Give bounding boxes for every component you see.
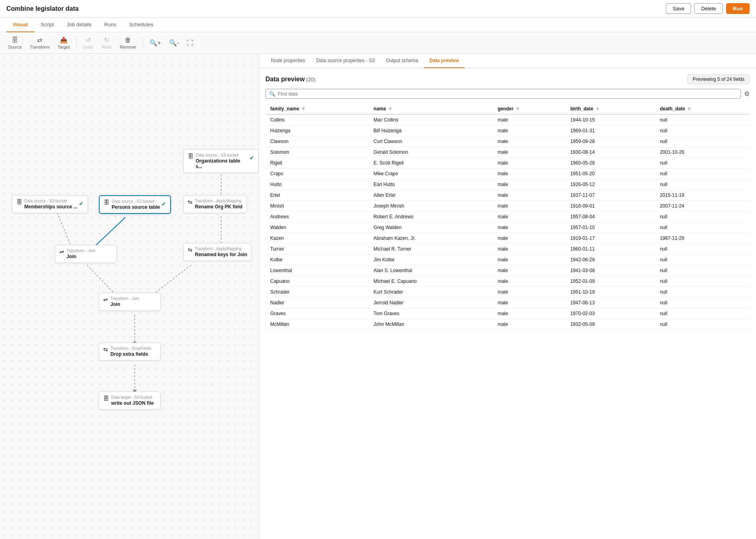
target-button[interactable]: 📤 Target (55, 35, 73, 51)
table-cell: null (655, 265, 750, 276)
table-row: ClawsonCurt Clawsonmale1959-09-28null (265, 136, 750, 147)
table-cell: male (493, 255, 566, 265)
table-cell: Allen Ertel (369, 190, 493, 201)
fit-button[interactable]: ⛶ (184, 37, 196, 49)
table-cell: 1941-03-08 (566, 265, 655, 276)
panel-content: Data preview (20) Previewing 5 of 24 fie… (259, 68, 756, 539)
table-row: AndrewsRobert E. Andrewsmale1957-08-04nu… (265, 212, 750, 222)
table-cell: Ertel (265, 190, 369, 201)
transform-button[interactable]: ⇄ Transform (27, 35, 53, 51)
target-s3-icon: 🗄 (103, 395, 109, 402)
redo-button[interactable]: ↻ Redo (98, 35, 115, 51)
table-cell: 1959-09-28 (566, 136, 655, 147)
table-cell: 1960-01-11 (566, 244, 655, 255)
node-persons[interactable]: 🗄 Data source - S3 bucket Persons source… (99, 195, 171, 214)
table-cell: male (493, 319, 566, 330)
table-cell: Abraham Kazen, Jr. (369, 233, 493, 244)
app-title: Combine legislator data (6, 5, 79, 12)
run-button[interactable]: Run (726, 3, 750, 14)
node-renamed-keys-header: Transform - ApplyMapping (195, 247, 247, 251)
sort-icon-name[interactable]: ▿ (389, 106, 391, 112)
settings-icon[interactable]: ⚙ (744, 90, 750, 98)
table-cell: Nadler (265, 298, 369, 308)
node-drop-fields-header: Transform - DropFields (110, 346, 156, 351)
node-memberships-title: Memberships source ... (24, 204, 77, 210)
tab-runs[interactable]: Runs (98, 18, 122, 32)
remove-button[interactable]: 🗑 Remove (117, 35, 139, 51)
node-rename-org-title: Rename Org PK field (195, 204, 242, 210)
table-row: CollinsMac Collinsmale1944-10-15null (265, 114, 750, 125)
node-join2[interactable]: ⇌ Transform - Join Join (99, 293, 161, 311)
table-cell: 1916-09-01 (566, 201, 655, 212)
transform-icon: ⇄ (37, 36, 42, 44)
preview-title: Data preview (265, 76, 305, 82)
node-join1[interactable]: ⇌ Transform - Join Join (55, 245, 117, 263)
table-cell: 2015-11-19 (655, 190, 750, 201)
table-cell: male (493, 136, 566, 147)
table-cell: male (493, 222, 566, 233)
node-target[interactable]: 🗄 Data target - S3 bucket write out JSON… (99, 392, 161, 410)
table-cell: Collins (265, 114, 369, 125)
table-cell: null (655, 308, 750, 319)
tab-schedules[interactable]: Schedules (123, 18, 160, 32)
table-cell: Walden (265, 222, 369, 233)
tab-output-schema[interactable]: Output schema (380, 54, 424, 68)
source-button[interactable]: 🗄 Source (5, 35, 25, 51)
table-cell: Jim Kolbe (369, 255, 493, 265)
tab-data-preview[interactable]: Data preview (424, 54, 465, 68)
tab-node-properties[interactable]: Node properties (265, 54, 310, 68)
table-cell: Mac Collins (369, 114, 493, 125)
tab-visual[interactable]: Visual (6, 18, 34, 32)
drop-icon: ⇆ (103, 346, 108, 353)
preview-header: Data preview (20) Previewing 5 of 24 fie… (265, 74, 750, 84)
redo-icon: ↻ (104, 36, 109, 44)
node-rename-org-header: Transform - ApplyMapping (195, 199, 242, 203)
tab-datasource-properties[interactable]: Data source properties - S3 (310, 54, 380, 68)
check-icon-memberships: ✔ (79, 200, 84, 207)
toolbar-separator (76, 37, 77, 49)
table-row: SchraderKurt Schradermale1951-10-19null (265, 287, 750, 298)
table-cell: null (655, 212, 750, 222)
table-cell: Turner (265, 244, 369, 255)
node-drop-fields[interactable]: ⇆ Transform - DropFields Drop extra fiel… (99, 343, 161, 361)
canvas[interactable]: 🗄 Data source - S3 bucket Memberships so… (0, 54, 259, 539)
undo-button[interactable]: ↺ Undo (80, 35, 96, 51)
table-cell: McMillan (265, 319, 369, 330)
search-input[interactable] (278, 91, 737, 97)
table-cell: Capuano (265, 276, 369, 287)
table-cell: 1932-05-09 (566, 319, 655, 330)
table-cell: 1951-05-20 (566, 169, 655, 179)
search-row: 🔍 ⚙ (265, 89, 750, 99)
table-cell: Mike Crapo (369, 169, 493, 179)
zoom-out-button[interactable]: 🔍- (166, 37, 182, 49)
table-cell: Hutto (265, 179, 369, 190)
s3-icon-orgs: 🗄 (188, 153, 193, 159)
node-renamed-keys[interactable]: ⇆ Transform - ApplyMapping Renamed keys … (183, 243, 251, 261)
sort-icon-death[interactable]: ▿ (688, 106, 690, 112)
join-icon-2: ⇌ (103, 296, 108, 303)
table-row: NadlerJerrold Nadlermale1947-06-13null (265, 298, 750, 308)
table-cell: Michael E. Capuano (369, 276, 493, 287)
tab-script[interactable]: Script (34, 18, 60, 32)
sort-icon-birth[interactable]: ▿ (596, 106, 599, 112)
table-cell: male (493, 169, 566, 179)
node-memberships[interactable]: 🗄 Data source - S3 bucket Memberships so… (12, 195, 88, 213)
sort-icon-family[interactable]: ▿ (302, 106, 304, 112)
save-button[interactable]: Save (666, 3, 691, 14)
table-cell: 1970-02-03 (566, 308, 655, 319)
table-cell: male (493, 147, 566, 158)
table-cell: male (493, 190, 566, 201)
table-cell: male (493, 265, 566, 276)
sort-icon-gender[interactable]: ▿ (516, 106, 519, 112)
table-cell: 2007-11-24 (655, 201, 750, 212)
table-cell: 2001-10-26 (655, 147, 750, 158)
node-rename-org[interactable]: ⇆ Transform - ApplyMapping Rename Org PK… (183, 195, 247, 213)
zoom-in-button[interactable]: 🔍+ (146, 37, 164, 49)
table-row: KazenAbraham Kazen, Jr.male1919-01-17198… (265, 233, 750, 244)
table-cell: null (655, 276, 750, 287)
table-cell: Crapo (265, 169, 369, 179)
node-organizations[interactable]: 🗄 Data source - S3 bucket Organizations … (183, 149, 259, 173)
tab-job-details[interactable]: Job details (60, 18, 98, 32)
node-join1-header: Transform - Join (67, 249, 112, 253)
delete-button[interactable]: Delete (694, 3, 723, 14)
